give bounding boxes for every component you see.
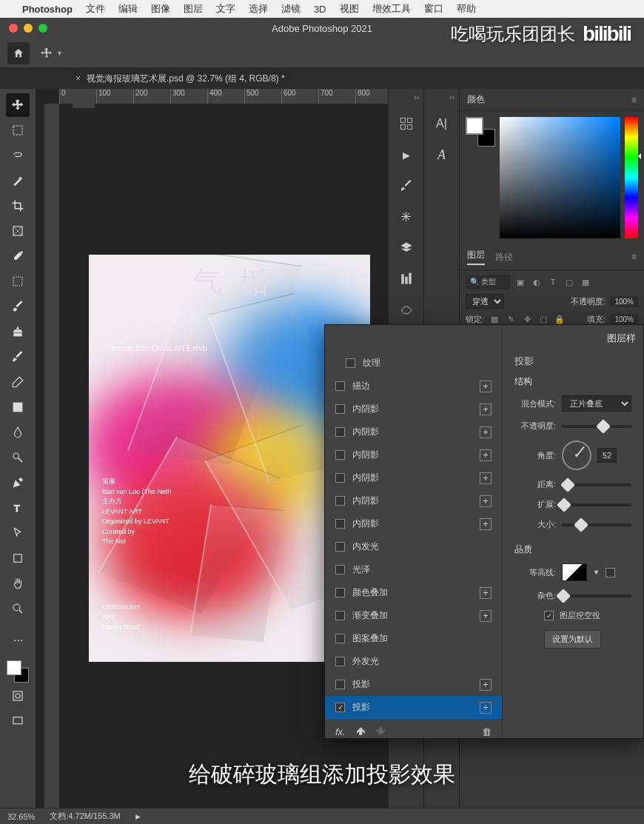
add-effect-icon[interactable]: + — [480, 610, 492, 622]
add-effect-icon[interactable]: + — [480, 472, 492, 484]
hand-tool[interactable] — [6, 572, 30, 595]
close-window-button[interactable] — [9, 24, 18, 33]
eraser-tool[interactable] — [6, 370, 30, 394]
color-swatches[interactable] — [7, 660, 29, 683]
app-name[interactable]: Photoshop — [22, 4, 73, 15]
effect-checkbox[interactable] — [335, 588, 345, 597]
add-effect-icon[interactable]: + — [480, 679, 492, 691]
fg-bg-swatches[interactable] — [466, 117, 495, 147]
shape-tool[interactable] — [6, 546, 30, 570]
effect-checkbox[interactable] — [335, 496, 345, 506]
light-icon[interactable]: ✳ — [398, 208, 415, 226]
effect-checkbox[interactable] — [335, 473, 345, 483]
layer-style-effect-row[interactable]: 投影+ — [325, 696, 502, 719]
filter-type-icon[interactable]: T — [547, 276, 559, 288]
brush-tool[interactable] — [6, 295, 30, 318]
clone-stamp-tool[interactable] — [6, 320, 30, 344]
add-effect-icon[interactable]: + — [480, 426, 492, 438]
add-effect-icon[interactable]: + — [480, 518, 492, 530]
add-effect-icon[interactable]: + — [480, 381, 492, 392]
effect-checkbox[interactable] — [335, 381, 345, 391]
layer-style-effect-row[interactable]: 内阴影+ — [325, 443, 502, 466]
paragraph-icon[interactable]: A — [433, 146, 451, 164]
filter-smart-icon[interactable]: ▦ — [580, 276, 591, 288]
menu-view[interactable]: 视图 — [340, 2, 359, 16]
knockout-checkbox[interactable] — [544, 611, 554, 620]
zoom-level[interactable]: 32.65% — [7, 812, 35, 821]
frame-tool[interactable] — [6, 219, 30, 243]
layer-style-effect-row[interactable]: 内阴影+ — [325, 398, 502, 421]
lock-all-icon[interactable]: 🔒 — [554, 313, 566, 325]
foreground-color-swatch[interactable] — [7, 660, 21, 675]
opacity-slider[interactable] — [562, 425, 631, 428]
menu-3d[interactable]: 3D — [314, 4, 326, 15]
path-select-tool[interactable] — [6, 521, 30, 545]
layer-style-effect-row[interactable]: 内阴影+ — [325, 512, 502, 535]
opacity-value[interactable]: 100% — [610, 296, 638, 307]
filter-adjust-icon[interactable]: ◐ — [531, 276, 543, 288]
fill-value[interactable]: 100% — [610, 314, 638, 325]
hue-slider[interactable] — [625, 117, 638, 238]
layers-panel-tab[interactable]: 图层 — [467, 249, 485, 265]
lock-artboard-icon[interactable]: ▢ — [537, 313, 549, 325]
layer-style-effect-row[interactable]: 内阴影+ — [325, 421, 502, 443]
make-default-button[interactable]: 设置为默认 — [544, 630, 601, 649]
edit-toolbar-button[interactable]: ⋯ — [6, 628, 30, 652]
play-icon[interactable]: ▶ — [398, 146, 415, 164]
effect-checkbox[interactable] — [335, 542, 345, 552]
crop-tool[interactable] — [6, 194, 30, 218]
menu-file[interactable]: 文件 — [86, 2, 105, 16]
collapse-icon[interactable]: ‹‹ — [449, 93, 455, 101]
dodge-tool[interactable] — [6, 446, 30, 469]
effect-checkbox[interactable] — [335, 634, 345, 643]
layer-style-effect-row[interactable]: 光泽 — [325, 558, 502, 581]
layer-style-effect-row[interactable]: 颜色叠加+ — [325, 581, 502, 604]
gradient-tool[interactable] — [6, 395, 30, 419]
effect-checkbox[interactable] — [335, 680, 345, 689]
chevron-down-icon[interactable]: ▼ — [593, 569, 600, 576]
maximize-window-button[interactable] — [38, 24, 47, 33]
minimize-window-button[interactable] — [24, 24, 33, 33]
screen-mode-button[interactable] — [6, 709, 30, 733]
color-field[interactable] — [500, 117, 620, 238]
angle-dial[interactable] — [562, 441, 591, 470]
properties-icon[interactable] — [398, 115, 415, 133]
effect-checkbox[interactable] — [335, 427, 345, 437]
menu-filter[interactable]: 滤镜 — [281, 2, 301, 16]
menu-edit[interactable]: 编辑 — [118, 2, 138, 16]
menu-layer[interactable]: 图层 — [184, 2, 203, 16]
lasso-tool[interactable] — [6, 144, 30, 167]
healing-tool[interactable] — [6, 269, 30, 293]
fx-icon[interactable]: fx. — [335, 726, 346, 737]
add-effect-icon[interactable]: + — [480, 702, 492, 714]
layer-style-effect-row[interactable]: 描边+ — [325, 375, 502, 398]
brushes-icon[interactable] — [398, 177, 415, 195]
layer-style-effect-row[interactable]: 图案叠加 — [325, 627, 502, 650]
add-effect-icon[interactable]: + — [480, 587, 492, 599]
doc-size[interactable]: 文档:4.72M/155.3M — [50, 811, 120, 822]
quick-mask-button[interactable] — [6, 684, 30, 708]
effect-checkbox[interactable] — [335, 703, 345, 712]
history-brush-tool[interactable] — [6, 345, 30, 369]
layer-style-effect-row[interactable]: 渐变叠加+ — [325, 604, 502, 627]
move-up-icon[interactable]: 🡹 — [356, 726, 366, 737]
menu-help[interactable]: 帮助 — [457, 2, 476, 16]
blend-mode-select[interactable]: 正片叠底 — [562, 395, 631, 412]
filter-shape-icon[interactable]: ▢ — [563, 276, 575, 288]
lock-move-icon[interactable]: ✥ — [521, 313, 533, 325]
effect-checkbox[interactable] — [346, 358, 355, 368]
layer-style-effect-row[interactable]: 外发光 — [325, 650, 502, 673]
trash-icon[interactable]: 🗑 — [482, 726, 492, 737]
layer-style-effect-row[interactable]: 内阴影+ — [325, 466, 502, 489]
effect-checkbox[interactable] — [335, 611, 345, 620]
effect-checkbox[interactable] — [335, 450, 345, 460]
size-slider[interactable] — [562, 523, 631, 526]
pen-tool[interactable] — [6, 471, 30, 495]
move-tool-indicator[interactable]: ▼ — [37, 44, 66, 63]
zoom-tool[interactable] — [6, 597, 30, 620]
styles-icon[interactable] — [398, 301, 415, 319]
eyedropper-tool[interactable] — [6, 244, 30, 268]
close-tab-icon[interactable]: × — [76, 73, 81, 84]
move-down-icon[interactable]: 🡻 — [376, 726, 386, 737]
color-panel-tab[interactable]: 颜色 — [467, 93, 485, 106]
